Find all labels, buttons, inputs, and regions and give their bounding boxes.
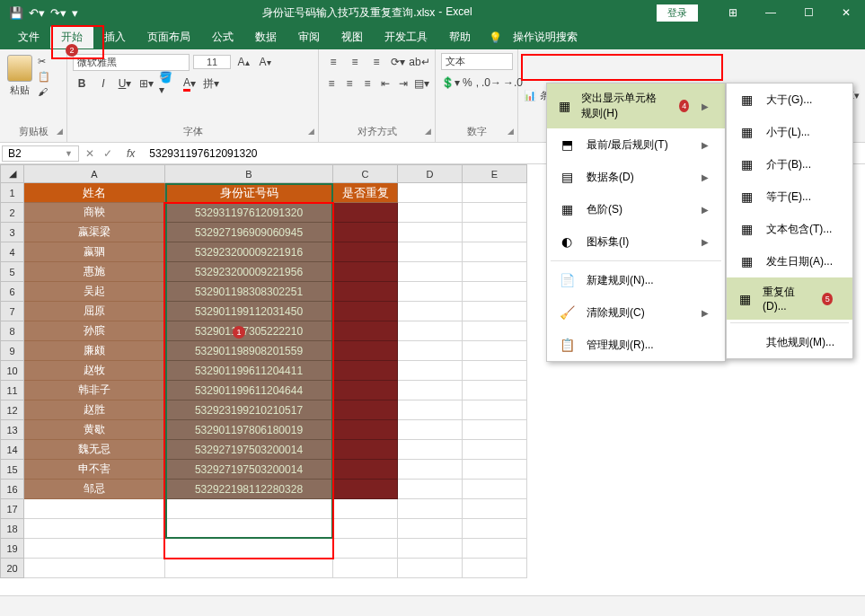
cell-B6[interactable]: 532901198308302251 xyxy=(165,282,333,302)
cell-A4[interactable]: 嬴驷 xyxy=(24,242,165,262)
cell-E6[interactable] xyxy=(463,282,527,302)
comma-icon[interactable]: , xyxy=(476,74,479,92)
cell-D9[interactable] xyxy=(398,341,463,361)
cell-A1[interactable]: 姓名 xyxy=(24,183,165,203)
row-10-header[interactable]: 10 xyxy=(1,361,24,381)
cell-C9[interactable] xyxy=(333,341,398,361)
cell-D16[interactable] xyxy=(398,480,463,499)
undo-icon[interactable]: ↶▾ xyxy=(29,6,45,20)
menu-top-bottom[interactable]: ⬒最前/最后规则(T)▶ xyxy=(547,128,725,161)
align-bottom-icon[interactable]: ≡ xyxy=(367,53,385,71)
cell-B5[interactable]: 532923200009221956 xyxy=(165,262,333,282)
border-button[interactable]: ⊞▾ xyxy=(137,75,155,92)
tab-data[interactable]: 数据 xyxy=(244,26,287,48)
cell-C4[interactable] xyxy=(333,242,398,262)
row-2-header[interactable]: 2 xyxy=(1,203,24,223)
cell-B7[interactable]: 532901199112031450 xyxy=(165,302,333,321)
cell-A13[interactable]: 黄歇 xyxy=(24,420,165,440)
close-icon[interactable]: ✕ xyxy=(827,0,865,25)
paste-button[interactable]: 粘贴 xyxy=(5,53,34,99)
cell-E15[interactable] xyxy=(463,460,527,480)
cell-C7[interactable] xyxy=(333,302,398,321)
col-B-header[interactable]: B xyxy=(165,165,333,183)
select-all-corner[interactable]: ◢ xyxy=(1,165,24,183)
tab-view[interactable]: 视图 xyxy=(331,26,374,48)
row-3-header[interactable]: 3 xyxy=(1,223,24,242)
cell-D4[interactable] xyxy=(398,242,463,262)
cell-C1[interactable]: 是否重复 xyxy=(333,183,398,203)
cell-B8[interactable]: 532901197305222210 xyxy=(165,321,333,341)
font-launcher-icon[interactable]: ◢ xyxy=(308,127,314,136)
save-icon[interactable]: 💾 xyxy=(9,6,23,20)
clipboard-launcher-icon[interactable]: ◢ xyxy=(57,127,63,136)
align-center-icon[interactable]: ≡ xyxy=(342,75,357,92)
merge-button[interactable]: ▤▾ xyxy=(414,75,429,92)
cell-A3[interactable]: 嬴渠梁 xyxy=(24,223,165,242)
cell-C13[interactable] xyxy=(333,420,398,440)
row-1-header[interactable]: 1 xyxy=(1,183,24,203)
row-5-header[interactable]: 5 xyxy=(1,262,24,282)
row-6-header[interactable]: 6 xyxy=(1,282,24,302)
decrease-font-icon[interactable]: A▾ xyxy=(256,53,274,71)
cell-A11[interactable]: 韩非子 xyxy=(24,381,165,400)
number-format-select[interactable]: 文本 xyxy=(441,53,513,70)
cell-A14[interactable]: 魏无忌 xyxy=(24,440,165,460)
col-E-header[interactable]: E xyxy=(463,165,527,183)
row-20-header[interactable]: 20 xyxy=(1,559,24,578)
cell-B11[interactable]: 532901199611204644 xyxy=(165,381,333,400)
cell-D14[interactable] xyxy=(398,440,463,460)
percent-icon[interactable]: % xyxy=(463,74,472,92)
cancel-icon[interactable]: ✕ xyxy=(85,147,94,160)
cell-C2[interactable] xyxy=(333,203,398,223)
row-18-header[interactable]: 18 xyxy=(1,519,24,539)
cell-C11[interactable] xyxy=(333,381,398,400)
cell-E10[interactable] xyxy=(463,361,527,381)
cell-D2[interactable] xyxy=(398,203,463,223)
row-8-header[interactable]: 8 xyxy=(1,321,24,341)
align-top-icon[interactable]: ≡ xyxy=(324,53,342,71)
italic-button[interactable]: I xyxy=(94,75,112,92)
cell-C16[interactable] xyxy=(333,480,398,499)
cell-B1[interactable]: 身份证号码 xyxy=(165,183,333,203)
menu-new-rule[interactable]: 📄新建规则(N)... xyxy=(547,264,725,296)
cell-E4[interactable] xyxy=(463,242,527,262)
phonetic-button[interactable]: 拼▾ xyxy=(202,75,220,92)
cell-B13[interactable]: 532901197806180019 xyxy=(165,420,333,440)
tab-review[interactable]: 审阅 xyxy=(287,26,331,48)
cell-E2[interactable] xyxy=(463,203,527,223)
maximize-icon[interactable]: ☐ xyxy=(790,0,827,25)
align-middle-icon[interactable]: ≡ xyxy=(346,53,364,71)
cell-A16[interactable]: 邹忌 xyxy=(24,480,165,499)
col-C-header[interactable]: C xyxy=(333,165,398,183)
tab-insert[interactable]: 插入 xyxy=(93,26,137,48)
tab-page-layout[interactable]: 页面布局 xyxy=(137,26,201,48)
font-size-select[interactable]: 11 xyxy=(193,55,231,69)
cell-A6[interactable]: 吴起 xyxy=(24,282,165,302)
cell-A5[interactable]: 惠施 xyxy=(24,262,165,282)
cell-E1[interactable] xyxy=(463,183,527,203)
cut-icon[interactable]: ✂ xyxy=(38,56,50,67)
row-19-header[interactable]: 19 xyxy=(1,539,24,559)
row-16-header[interactable]: 16 xyxy=(1,480,24,499)
copy-icon[interactable]: 📋 xyxy=(38,71,50,83)
cell-E14[interactable] xyxy=(463,440,527,460)
cell-B14[interactable]: 532927197503200014 xyxy=(165,440,333,460)
row-9-header[interactable]: 9 xyxy=(1,341,24,361)
row-11-header[interactable]: 11 xyxy=(1,381,24,400)
submenu-duplicate-values[interactable]: ▦重复值(D)...5 xyxy=(727,277,852,320)
col-D-header[interactable]: D xyxy=(398,165,463,183)
tellme-input[interactable]: 操作说明搜索 xyxy=(502,26,588,48)
increase-font-icon[interactable]: A▴ xyxy=(234,53,252,71)
menu-clear-rules[interactable]: 🧹清除规则(C)▶ xyxy=(547,296,725,329)
qat-customize-icon[interactable]: ▾ xyxy=(72,6,78,20)
name-box[interactable]: B2▼ xyxy=(2,145,79,162)
row-15-header[interactable]: 15 xyxy=(1,460,24,480)
menu-highlight-cells[interactable]: ▦ 突出显示单元格规则(H) 4 ▶ xyxy=(547,84,725,128)
font-name-select[interactable]: 微软雅黑 xyxy=(73,54,190,71)
enter-icon[interactable]: ✓ xyxy=(103,147,112,160)
cell-C15[interactable] xyxy=(333,460,398,480)
cell-A9[interactable]: 廉颇 xyxy=(24,341,165,361)
cell-E5[interactable] xyxy=(463,262,527,282)
ribbon-display-icon[interactable]: ⊞ xyxy=(714,0,752,25)
submenu-less-than[interactable]: ▦小于(L)... xyxy=(727,116,852,148)
